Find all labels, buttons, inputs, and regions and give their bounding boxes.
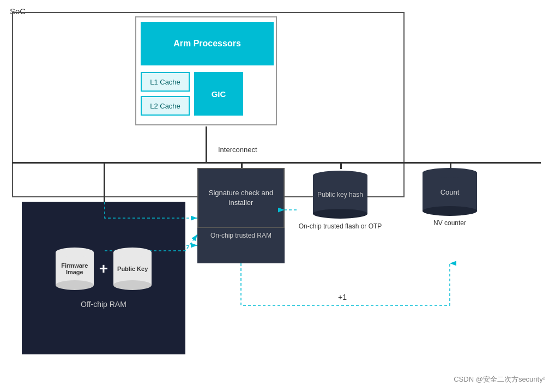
nv-counter-cylinder: Count	[423, 168, 477, 216]
public-key-cylinder: Public Key	[113, 248, 152, 290]
trusted-ram-box: Signature check and installer On-chip tr…	[197, 168, 285, 263]
l1-cache-box: L1 Cache	[141, 72, 190, 92]
nv-cyl-body: Count	[423, 173, 477, 211]
cylinder-bottom	[56, 280, 94, 290]
arm-proc-inner: Arm Processors	[141, 22, 274, 65]
public-key-hash-label: Public key hash	[315, 189, 365, 201]
cache-gic-row: L1 Cache L2 Cache GIC	[141, 72, 243, 116]
offchip-ram-label: Off-chip RAM	[81, 300, 126, 309]
watermark: CSDN @安全二次方security²	[454, 375, 545, 384]
trusted-flash-label: On-chip trusted flash or OTP	[299, 222, 382, 231]
plus-one-label: +1	[338, 293, 347, 301]
cylinder-top-pk	[113, 248, 152, 257]
nv-cyl-top	[423, 168, 477, 178]
flash-cyl-body: Public key hash	[313, 176, 367, 214]
cache-col: L1 Cache L2 Cache	[141, 72, 190, 116]
vert-conn-offchip	[104, 162, 105, 202]
trusted-flash-cylinder: Public key hash	[313, 171, 367, 219]
firmware-image-cylinder: Firmware Image	[56, 248, 94, 290]
count-label: Count	[441, 188, 460, 196]
offchip-content: Firmware Image + Public Key	[56, 248, 152, 290]
nv-counter-box: Count NV counter	[414, 168, 485, 263]
trusted-ram-inner: Signature check and installer	[197, 168, 285, 228]
diagram-container: SoC Arm Processors L1 Cache L2 Cache GIC…	[0, 0, 555, 392]
cylinder-top	[56, 248, 94, 257]
interconnect-label: Interconnect	[218, 146, 257, 154]
l2-cache-box: L2 Cache	[141, 96, 190, 116]
arm-processors-box: Arm Processors L1 Cache L2 Cache GIC	[135, 16, 277, 125]
firmware-image-label: Firmware Image	[56, 262, 94, 275]
signature-check-label: Signature check and installer	[204, 188, 278, 208]
interconnect-line	[12, 162, 541, 164]
nv-counter-label: NV counter	[433, 219, 466, 227]
gic-box: GIC	[194, 72, 243, 116]
cylinder-bottom-pk	[113, 280, 152, 290]
offchip-ram-box: Firmware Image + Public Key Off-chip RAM	[22, 202, 185, 354]
flash-cyl-top	[313, 171, 367, 180]
trusted-flash-box: Public key hash On-chip trusted flash or…	[297, 168, 384, 263]
flash-cyl-bottom	[313, 209, 367, 219]
arm-processors-label: Arm Processors	[173, 39, 241, 49]
public-key-label: Public Key	[117, 266, 148, 272]
plus-sign: +	[99, 260, 108, 278]
nv-cyl-bottom	[423, 206, 477, 216]
trusted-ram-label: On-chip trusted RAM	[197, 228, 285, 244]
arrow-plus-one	[241, 263, 450, 305]
arm-to-interconnect-line	[206, 126, 207, 162]
